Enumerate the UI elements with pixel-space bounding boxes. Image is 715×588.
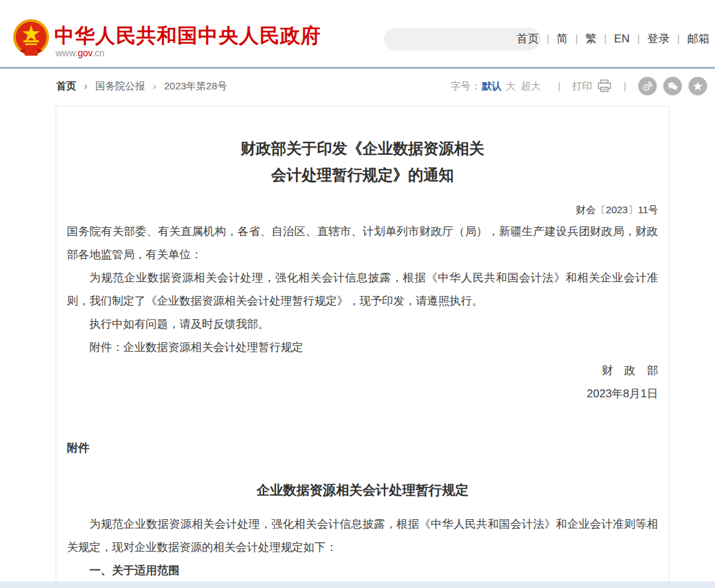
breadcrumb: 首页 国务院公报 2023年第28号 — [56, 80, 227, 93]
page-toolbar: 字号： 默认 大 超大 | 打印 | — [451, 77, 707, 95]
font-size-xlarge-button[interactable]: 超大 — [521, 80, 541, 93]
breadcrumb-toolbar-row: 首页 国务院公报 2023年第28号 字号： 默认 大 超大 | 打印 | — [0, 69, 715, 105]
site-url[interactable]: www.gov.cn — [56, 48, 105, 58]
print-label: 打印 — [572, 80, 592, 93]
nav-home[interactable]: 首页 — [516, 31, 556, 46]
signature-block: 财 政 部 2023年8月1日 — [67, 359, 658, 405]
document-title-line1: 财政部关于印发《企业数据资源相关 — [67, 136, 658, 162]
font-size-large-button[interactable]: 大 — [506, 80, 516, 93]
breadcrumb-home[interactable]: 首页 — [56, 80, 95, 93]
top-nav: 首页 简 繁 EN 登录 邮箱 — [516, 31, 710, 46]
national-emblem-logo[interactable] — [12, 19, 50, 58]
notice-paragraph-2: 执行中如有问题，请及时反馈我部。 — [67, 313, 658, 336]
sign-date: 2023年8月1日 — [67, 382, 658, 405]
breadcrumb-gazette[interactable]: 国务院公报 — [95, 80, 164, 93]
nav-login[interactable]: 登录 — [647, 31, 687, 46]
weibo-icon[interactable] — [638, 77, 657, 95]
nav-english[interactable]: EN — [614, 32, 647, 46]
site-title[interactable]: 中华人民共和国中央人民政府 — [54, 23, 321, 50]
breadcrumb-issue[interactable]: 2023年第28号 — [164, 80, 227, 93]
attachment-label: 附件 — [67, 437, 658, 460]
attachment-title: 企业数据资源相关会计处理暂行规定 — [67, 478, 658, 502]
document-container: 财政部关于印发《企业数据资源相关 会计处理暂行规定》的通知 财会〔2023〕11… — [56, 106, 669, 588]
document-title: 财政部关于印发《企业数据资源相关 会计处理暂行规定》的通知 — [67, 136, 658, 189]
toolbar-separator: | — [624, 81, 626, 91]
document-title-line2: 会计处理暂行规定》的通知 — [67, 162, 658, 189]
favorite-star-icon[interactable] — [689, 77, 707, 95]
document-body: 国务院有关部委、有关直属机构，各省、自治区、直辖市、计划单列市财政厅（局），新疆… — [67, 220, 658, 588]
salutation-paragraph: 国务院有关部委、有关直属机构，各省、自治区、直辖市、计划单列市财政厅（局），新疆… — [67, 220, 658, 266]
printer-icon — [597, 79, 612, 93]
print-button[interactable]: 打印 — [572, 79, 612, 93]
notice-paragraph-3: 附件：企业数据资源相关会计处理暂行规定 — [67, 336, 658, 359]
font-size-label: 字号： — [451, 80, 481, 93]
signer: 财 政 部 — [67, 359, 658, 382]
attachment-paragraph-1: 为规范企业数据资源相关会计处理，强化相关会计信息披露，根据《中华人民共和国会计法… — [67, 513, 658, 559]
section1-heading: 一、关于适用范围 — [67, 559, 658, 582]
nav-simplified[interactable]: 简 — [557, 31, 585, 46]
search-input[interactable] — [384, 28, 534, 50]
toolbar-separator: | — [558, 81, 561, 91]
site-header: 中华人民共和国中央人民政府 www.gov.cn 首页 简 繁 EN 登录 邮箱 — [0, 0, 715, 69]
notice-paragraph-1: 为规范企业数据资源相关会计处理，强化相关会计信息披露，根据《中华人民共和国会计法… — [67, 266, 658, 313]
font-size-default-button[interactable]: 默认 — [482, 80, 502, 93]
document-number: 财会〔2023〕11号 — [67, 200, 658, 220]
nav-mailbox[interactable]: 邮箱 — [687, 31, 710, 46]
nav-traditional[interactable]: 繁 — [585, 31, 614, 46]
wechat-icon[interactable] — [663, 77, 682, 95]
share-icons — [638, 77, 707, 95]
bottom-strip — [0, 581, 715, 588]
